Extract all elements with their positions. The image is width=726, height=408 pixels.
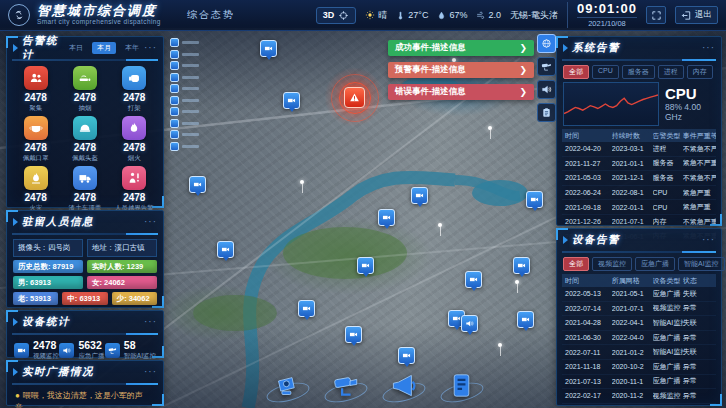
device-alarm-row[interactable]: 2022-05-132021-05-1应急广播失联: [562, 287, 716, 302]
map-poi-dot[interactable]: [488, 126, 492, 130]
map-cluster-item[interactable]: [170, 107, 199, 116]
alarm-stat-item[interactable]: 2478渣土车顶盖: [60, 166, 109, 213]
alarm-stat-item[interactable]: 2478抽烟: [60, 66, 109, 113]
map-cluster-item[interactable]: [170, 73, 199, 82]
table-cell: 进程: [653, 144, 683, 154]
map-cluster-item[interactable]: [170, 142, 199, 151]
map-tool-speaker-icon[interactable]: [537, 80, 556, 99]
map-tool-cctv-icon[interactable]: [537, 57, 556, 76]
system-alarm-row[interactable]: 2021-05-032021-12-1服务器不紧急不严重: [562, 171, 716, 186]
marker-chip-icon: [170, 50, 179, 59]
device-tab-视频监控[interactable]: 视频监控: [592, 257, 632, 271]
device-tab-智能AI监控[interactable]: 智能AI监控: [678, 257, 725, 271]
view-mode-3d-toggle[interactable]: 3D: [316, 7, 357, 24]
more-menu-icon[interactable]: ···: [702, 45, 715, 51]
dock-tool-server-3d-icon[interactable]: [440, 366, 482, 404]
system-tab-全部[interactable]: 全部: [563, 65, 589, 79]
map-tool-globe-icon[interactable]: [537, 34, 556, 53]
dock-tool-megaphone-3d-icon[interactable]: [382, 366, 424, 404]
device-alarm-row[interactable]: 2022-07-112021-01-2智能AI监控失联: [562, 345, 716, 360]
device-stat-item[interactable]: 2478视频监控: [14, 340, 59, 361]
map-marker-camera-icon[interactable]: [189, 176, 206, 193]
system-alarm-row[interactable]: 2022-06-242022-08-1CPU紧急严重: [562, 186, 716, 201]
toast-success[interactable]: 成功事件-描述信息❯: [388, 40, 534, 56]
device-alarm-row[interactable]: 2022-02-172020-11-2视频监控异常: [562, 389, 716, 404]
alarm-stat-item[interactable]: 2478佩戴口罩: [11, 116, 60, 163]
map-cluster-item[interactable]: [170, 84, 199, 93]
device-tab-应急广播[interactable]: 应急广播: [635, 257, 675, 271]
alarm-stat-item[interactable]: 2478人员越界告警: [110, 166, 159, 213]
alarm-tab-本日[interactable]: 本日: [64, 42, 88, 54]
map-marker-camera-icon[interactable]: [298, 300, 315, 317]
map-cluster-item[interactable]: [170, 119, 199, 128]
camera-icon: [402, 351, 411, 360]
map-poi-dot[interactable]: [300, 180, 304, 184]
system-tab-CPU[interactable]: CPU: [592, 65, 619, 79]
alarm-tab-本月[interactable]: 本月: [92, 42, 116, 54]
personnel-stat-bar: 男: 63913: [13, 276, 83, 289]
alarm-stat-item[interactable]: 2478火灾: [11, 166, 60, 213]
more-menu-icon[interactable]: ···: [144, 45, 157, 51]
exit-button[interactable]: 退出: [675, 6, 718, 24]
device-stat-icon-wrap: [14, 343, 29, 358]
device-alarm-row[interactable]: 2022-07-142021-07-1视频监控异常: [562, 302, 716, 317]
dock-tool-cctv-3d-icon[interactable]: [324, 366, 366, 404]
system-alarm-row[interactable]: 2021-09-182022-01-1CPU紧急严重: [562, 200, 716, 215]
map-marker-camera-icon[interactable]: [378, 209, 395, 226]
map-cluster-item[interactable]: [170, 130, 199, 139]
map-poi-dot[interactable]: [498, 343, 502, 347]
map-marker-camera-icon[interactable]: [283, 92, 300, 109]
map-marker-camera-icon[interactable]: [345, 326, 362, 343]
system-tab-服务器[interactable]: 服务器: [622, 65, 655, 79]
map-marker-camera-icon[interactable]: [526, 191, 543, 208]
panel-divider: [12, 333, 158, 335]
map-marker-camera-icon[interactable]: [465, 271, 482, 288]
alarm-stat-item[interactable]: 2478打架: [110, 66, 159, 113]
device-alarm-row[interactable]: 2021-11-182020-10-2应急广播异常: [562, 360, 716, 375]
more-menu-icon[interactable]: ···: [144, 319, 157, 325]
fullscreen-button[interactable]: [646, 6, 666, 24]
dock-tool-videocam-3d-icon[interactable]: [266, 366, 308, 404]
alarm-tab-本年[interactable]: 本年: [120, 42, 144, 54]
map-poi-dot[interactable]: [515, 280, 519, 284]
map-alert-marker[interactable]: [344, 87, 365, 108]
map-cluster-item[interactable]: [170, 96, 199, 105]
panel-live-broadcast: 实时广播情况 ··· ●喂喂，我这边清楚，这是小军的声音。 2021-06-15…: [6, 360, 164, 406]
map-marker-camera-icon[interactable]: [517, 311, 534, 328]
device-stat-item[interactable]: 58智能AI监控: [105, 340, 156, 361]
map-cluster-item[interactable]: [170, 50, 199, 59]
system-tab-内存[interactable]: 内存: [687, 65, 713, 79]
alarm-stat-item[interactable]: 2478烟火: [110, 116, 159, 163]
more-menu-icon[interactable]: ···: [702, 237, 715, 243]
more-menu-icon[interactable]: ···: [144, 219, 157, 225]
system-alarm-row[interactable]: 2022-04-202023-03-1进程不紧急不严重: [562, 142, 716, 157]
weather-location: 无锡-鼋头渚: [510, 9, 558, 22]
more-menu-icon[interactable]: ···: [144, 369, 157, 375]
map-marker-camera-icon[interactable]: [357, 257, 374, 274]
nav-tab-overview[interactable]: 综合态势: [187, 8, 235, 22]
map-poi-dot[interactable]: [438, 223, 442, 227]
toast-warning[interactable]: 预警事件-描述信息❯: [388, 62, 534, 78]
cpu-line-chart: [563, 82, 659, 126]
truck-icon: [78, 171, 92, 185]
system-alarm-row[interactable]: 2021-11-272021-01-1服务器紧急不严重: [562, 157, 716, 172]
map-marker-camera-icon[interactable]: [217, 241, 234, 258]
map-marker-camera-icon[interactable]: [260, 40, 277, 57]
map-marker-camera-icon[interactable]: [411, 187, 428, 204]
alarm-stat-item[interactable]: 2478聚集: [11, 66, 60, 113]
device-alarm-row[interactable]: 2021-04-282022-04-1智能AI监控失联: [562, 316, 716, 331]
toast-error[interactable]: 错误事件-描述信息❯: [388, 84, 534, 100]
alarm-stat-item[interactable]: 2478佩戴头盔: [60, 116, 109, 163]
device-stat-item[interactable]: 5632应急广播: [59, 340, 104, 361]
device-tab-全部[interactable]: 全部: [563, 257, 589, 271]
map-marker-camera-icon[interactable]: [513, 257, 530, 274]
map-marker-speaker-icon[interactable]: [461, 315, 478, 332]
map-cluster-item[interactable]: [170, 61, 199, 70]
device-alarm-row[interactable]: 2021-06-302022-04-0应急广播异常: [562, 331, 716, 346]
device-alarm-row[interactable]: 2021-07-132020-11-1应急广播异常: [562, 375, 716, 390]
personnel-info-row: 摄像头：四号岗 地址：溪口古镇: [7, 238, 163, 258]
map-tool-clipboard-icon[interactable]: [537, 103, 556, 122]
system-tab-进程[interactable]: 进程: [658, 65, 684, 79]
map-cluster-item[interactable]: [170, 38, 199, 47]
map-marker-camera-icon[interactable]: [398, 347, 415, 364]
